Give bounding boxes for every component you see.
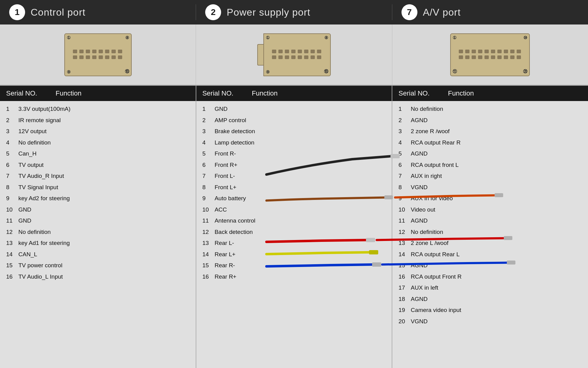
serial-no: 3 [398, 127, 411, 136]
function-text: 12V output [18, 127, 190, 136]
function-text: AGND [411, 295, 582, 304]
serial-no: 19 [398, 306, 411, 315]
serial-no: 5 [398, 149, 411, 158]
table-row: 4No definition [6, 137, 190, 148]
connector-diagram-2: ① ⑧ ⑨ ⑯ [196, 24, 392, 85]
pin [291, 50, 296, 53]
serial-no: 3 [202, 127, 215, 136]
pin [285, 50, 289, 53]
pin-grid-7 [459, 50, 522, 60]
table-row: 4Lamp detection [202, 137, 386, 148]
table-row: 2IR remote signal [6, 115, 190, 126]
pin [272, 55, 276, 59]
table-row: 1No definition [398, 103, 582, 115]
function-text: RCA output Rear R [411, 138, 582, 147]
table-row: 1GND [202, 103, 386, 115]
table-row: 5Front R- [202, 148, 386, 160]
pin-label-br-7: ⑳ [523, 69, 527, 74]
table-row: 14Rear L+ [202, 249, 386, 260]
pin [73, 55, 77, 59]
table-row: 13.3V output(100mA) [6, 103, 190, 115]
table-row: 8VGND [398, 182, 582, 193]
pin [278, 50, 283, 53]
serial-no: 9 [398, 194, 411, 203]
function-text: RCA output front L [411, 161, 582, 170]
serial-no: 14 [398, 250, 411, 259]
pin [517, 50, 521, 53]
serial-no: 13 [398, 239, 411, 248]
pin [285, 55, 289, 59]
serial-no: 16 [6, 272, 18, 281]
function-text: Front R- [215, 149, 386, 158]
serial-no: 7 [202, 172, 215, 181]
col-function-7: Function [448, 89, 474, 97]
function-text: Front L+ [215, 183, 386, 192]
serial-no: 9 [202, 194, 215, 203]
table-row: 7TV Audio_R Input [6, 171, 190, 182]
table-row: 3Brake detection [202, 126, 386, 137]
pin [99, 55, 103, 59]
pin [484, 55, 489, 59]
table-header-7: Serial NO. Function [392, 86, 588, 101]
table-row: 15TV power control [6, 260, 190, 271]
function-text: No definition [18, 228, 190, 237]
function-text: AGND [411, 261, 582, 270]
function-text: Can_H [18, 149, 190, 158]
serial-no: 11 [398, 216, 411, 225]
pin [272, 50, 276, 53]
table-row: 18AGND [398, 294, 582, 305]
pin [317, 50, 321, 53]
port7-title: A/V port [423, 7, 461, 18]
pin [291, 55, 296, 59]
serial-no: 1 [398, 105, 411, 114]
main-container: 1 Control port 2 Power supply port 7 A/V… [0, 0, 588, 368]
function-text: Video out [411, 205, 582, 214]
table-row: 13key Ad1 for steering [6, 238, 190, 249]
connector-7: ① ⑩ ⑪ ⑳ [450, 33, 530, 76]
pin [459, 50, 463, 53]
serial-no: 20 [398, 317, 411, 326]
col-function-1: Function [55, 89, 81, 97]
connector-2-side [257, 44, 263, 66]
function-text: CAN_L [18, 250, 190, 259]
serial-no: 8 [202, 183, 215, 192]
connector-2: ① ⑧ ⑨ ⑯ [263, 33, 331, 76]
pin [99, 50, 103, 53]
serial-no: 6 [6, 161, 18, 170]
table-row: 9key Ad2 for steering [6, 193, 190, 204]
header-port1: 1 Control port [0, 4, 196, 20]
diagrams-row: ① ⑧ ⑨ ⑯ [0, 24, 588, 86]
function-text: AGND [411, 216, 582, 225]
pin [317, 55, 321, 59]
pin-label-tl-7: ① [453, 35, 457, 40]
table-row: 132 zone L /woof [398, 238, 582, 249]
function-text: Camera video input [411, 306, 582, 315]
pin [311, 55, 315, 59]
table-row: 7AUX in right [398, 171, 582, 182]
table-row: 4RCA output Rear R [398, 137, 582, 148]
table-body-1: 13.3V output(100mA)2IR remote signal312V… [0, 101, 196, 285]
col-serial-7: Serial NO. [398, 89, 429, 97]
table-section-2: Serial NO. Function 1GND2AMP control3Bra… [196, 86, 393, 368]
serial-no: 16 [398, 272, 411, 281]
function-text: AUX in left [411, 284, 582, 292]
pin-label-bl-2: ⑨ [266, 69, 270, 74]
serial-no: 4 [202, 138, 215, 147]
pin [459, 55, 463, 59]
pin-label-br-2: ⑯ [324, 69, 328, 74]
serial-no: 1 [202, 105, 215, 114]
function-text: TV Signal Input [18, 183, 190, 192]
port2-title: Power supply port [227, 7, 310, 18]
header-port7: 7 A/V port [392, 4, 588, 20]
function-text: key Ad1 for steering [18, 239, 190, 248]
table-row: 10Video out [398, 204, 582, 216]
pin [298, 55, 302, 59]
pin [478, 50, 482, 53]
table-row: 8TV Signal Input [6, 182, 190, 193]
table-row: 2AGND [398, 115, 582, 126]
function-text: Front L- [215, 172, 386, 181]
table-row: 11GND [6, 215, 190, 227]
serial-no: 4 [398, 138, 411, 147]
function-text: IR remote signal [18, 116, 190, 125]
serial-no: 8 [6, 183, 18, 192]
